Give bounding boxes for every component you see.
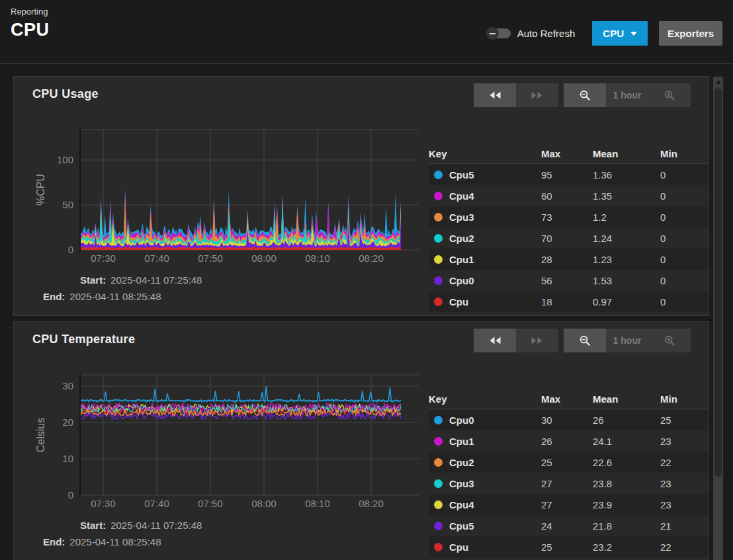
legend-header-cell: Key	[429, 393, 541, 405]
end-label: End:	[43, 536, 65, 547]
panel-header: CPU Temperature 1 hour	[14, 322, 709, 359]
legend-header-row: KeyMaxMeanMin	[429, 144, 708, 164]
legend-header-cell: Max	[541, 393, 593, 405]
legend-row[interactable]: Cpu1281.230	[429, 249, 708, 270]
svg-text:07:30: 07:30	[91, 253, 116, 264]
legend-min-cell: 0	[660, 190, 708, 202]
double-arrow-left-icon	[488, 91, 501, 99]
series-name: Cpu3	[449, 478, 474, 489]
cpu-temperature-chart: 010203007:3007:4007:5008:0008:1008:20Cel…	[14, 370, 429, 516]
series-color-dot	[434, 234, 443, 243]
chart-toolbar: 1 hour	[474, 83, 691, 107]
series-color-dot	[434, 479, 443, 488]
legend-max-cell: 73	[541, 212, 593, 223]
legend-key-cell: Cpu2	[429, 233, 541, 244]
series-name: Cpu1	[449, 436, 474, 447]
legend-max-cell: 24	[541, 520, 593, 532]
series-name: Cpu1	[449, 254, 474, 265]
svg-text:20: 20	[62, 417, 73, 428]
legend-row[interactable]: Cpu2523.222	[429, 536, 708, 557]
series-color-dot	[434, 416, 443, 424]
legend-mean-cell: 22.6	[593, 457, 660, 468]
legend-min-cell: 23	[660, 499, 708, 510]
legend-row[interactable]: Cpu5951.360	[429, 164, 708, 185]
scroll-up-button[interactable]	[713, 77, 723, 87]
series-name: Cpu4	[449, 499, 474, 510]
zoom-button-group: 1 hour	[564, 329, 691, 352]
legend-header-cell: Mean	[593, 393, 660, 405]
legend-min-cell: 0	[660, 212, 708, 223]
scrollbar-thumb[interactable]	[714, 88, 722, 477]
legend-row[interactable]: Cpu4601.350	[429, 185, 708, 206]
legend-row[interactable]: Cpu180.970	[429, 291, 708, 312]
chart-column: 05010007:3007:4007:5008:0008:1008:20%CPU…	[14, 124, 429, 312]
zoom-in-button[interactable]	[648, 83, 691, 107]
svg-text:07:40: 07:40	[144, 253, 169, 264]
svg-text:08:20: 08:20	[359, 498, 384, 509]
app-header: Reporting CPU Auto Refresh CPU Exporters	[0, 0, 733, 58]
legend-row[interactable]: Cpu3731.20	[429, 206, 708, 227]
legend-row[interactable]: Cpu32723.823	[429, 473, 708, 494]
legend-row[interactable]: Cpu22522.622	[429, 452, 708, 473]
legend-row[interactable]: Cpu52421.821	[429, 515, 708, 536]
pan-back-button[interactable]	[474, 329, 516, 352]
toggle-knob[interactable]	[486, 27, 499, 40]
end-value: 2025-04-11 08:25:48	[69, 291, 161, 302]
legend-row[interactable]: Cpu0302625	[429, 409, 708, 430]
legend-min-cell: 22	[660, 541, 708, 553]
arrow-up-icon	[716, 80, 721, 84]
header-actions: Auto Refresh CPU Exporters	[487, 21, 722, 46]
breadcrumb[interactable]: Reporting	[11, 7, 722, 17]
header-divider	[0, 63, 733, 63]
svg-text:100: 100	[57, 154, 73, 165]
vertical-scrollbar[interactable]	[713, 77, 723, 560]
legend-row[interactable]: Cpu0561.530	[429, 270, 708, 291]
panel-header: CPU Usage 1 hour	[14, 77, 709, 114]
legend-mean-cell: 23.8	[593, 478, 660, 489]
series-name: Cpu	[449, 541, 468, 553]
start-label: Start:	[80, 274, 106, 286]
series-color-dot	[434, 437, 443, 446]
legend-key-cell: Cpu5	[429, 169, 541, 180]
series-name: Cpu2	[449, 233, 474, 244]
start-label: Start:	[80, 520, 106, 531]
legend-row[interactable]: Cpu42723.923	[429, 494, 708, 515]
pan-back-button[interactable]	[474, 83, 516, 107]
start-value: 2025-04-11 07:25:48	[110, 520, 202, 531]
magnifier-minus-icon	[580, 90, 591, 101]
chart-column: 010203007:3007:4007:5008:0008:1008:20Cel…	[14, 370, 429, 557]
svg-text:08:20: 08:20	[359, 253, 384, 264]
magnifier-plus-icon	[664, 335, 675, 346]
double-arrow-right-icon	[531, 337, 544, 344]
auto-refresh-label: Auto Refresh	[517, 28, 576, 39]
double-arrow-left-icon	[488, 337, 501, 344]
zoom-out-button[interactable]	[564, 83, 606, 107]
pan-button-group	[474, 329, 558, 352]
legend-max-cell: 18	[541, 296, 593, 307]
zoom-out-button[interactable]	[564, 329, 606, 352]
svg-text:0: 0	[68, 489, 73, 500]
zoom-in-button[interactable]	[648, 329, 691, 352]
view-selector-label: CPU	[603, 28, 624, 39]
legend-header-row: KeyMaxMeanMin	[429, 389, 708, 409]
series-color-dot	[434, 543, 443, 551]
legend-row[interactable]: Cpu12624.123	[429, 430, 708, 452]
legend-min-cell: 22	[660, 457, 708, 468]
cpu-usage-panel: CPU Usage 1 hour 0501	[13, 76, 709, 316]
legend-min-cell: 0	[660, 254, 708, 265]
svg-text:%CPU: %CPU	[35, 174, 46, 206]
legend-max-cell: 25	[541, 457, 593, 468]
legend-key-cell: Cpu	[429, 296, 541, 307]
svg-text:07:40: 07:40	[144, 498, 169, 509]
legend-mean-cell: 1.23	[593, 254, 660, 265]
cpu-temperature-panel: CPU Temperature 1 hour	[13, 321, 709, 560]
pan-forward-button[interactable]	[516, 329, 558, 352]
view-selector-button[interactable]: CPU	[592, 21, 648, 46]
exporters-button[interactable]: Exporters	[659, 21, 722, 46]
pan-forward-button[interactable]	[516, 83, 558, 107]
legend-max-cell: 56	[541, 275, 593, 286]
legend-max-cell: 25	[541, 541, 593, 553]
legend-row[interactable]: Cpu2701.240	[429, 227, 708, 249]
legend-mean-cell: 1.53	[593, 275, 660, 286]
auto-refresh-toggle[interactable]	[487, 28, 511, 38]
